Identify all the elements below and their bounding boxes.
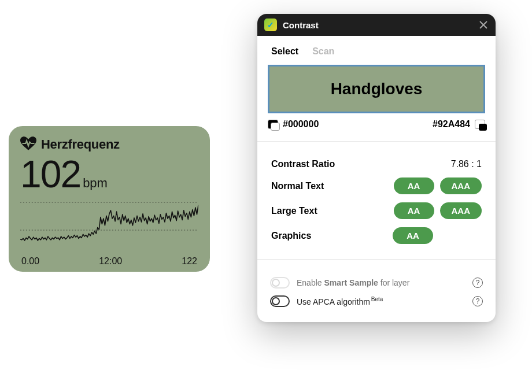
large-text-row: Large Text AA AAA	[271, 202, 482, 219]
sample-swatch[interactable]: Handgloves	[268, 65, 485, 113]
apca-help[interactable]: ?	[472, 296, 483, 306]
close-button[interactable]	[478, 20, 489, 30]
heart-rate-value: 102	[20, 155, 80, 193]
large-aa-badge: AA	[394, 202, 434, 219]
ratio-row: Contrast Ratio 7.86 : 1	[271, 159, 482, 169]
foreground-color[interactable]: #000000	[268, 119, 319, 130]
background-chip-icon	[475, 120, 485, 129]
close-icon	[479, 21, 487, 29]
axis-start: 0.00	[21, 256, 39, 267]
large-aaa-badge: AAA	[440, 202, 482, 219]
smart-sample-row: Enable Smart Sample for layer ?	[270, 277, 483, 289]
options: Enable Smart Sample for layer ? Use APCA…	[257, 264, 496, 316]
heart-rate-title: Herzfrequenz	[41, 137, 120, 152]
panel-titlebar[interactable]: ✓ Contrast	[257, 14, 496, 36]
large-text-label: Large Text	[271, 206, 317, 216]
color-row: #000000 #92A484	[268, 119, 485, 130]
heart-rate-axis: 0.00 12:00 122	[20, 256, 198, 267]
heart-rate-card: Herzfrequenz 102 bpm 0.00 12:00 122	[9, 126, 210, 272]
normal-text-row: Normal Text AA AAA	[271, 177, 482, 194]
graphics-label: Graphics	[271, 231, 311, 241]
divider	[257, 141, 496, 142]
heart-icon	[20, 136, 36, 153]
sample-text: Handgloves	[331, 80, 423, 98]
graphics-row: Graphics AA	[271, 227, 482, 244]
foreground-chip-icon	[268, 120, 278, 129]
results: Contrast Ratio 7.86 : 1 Normal Text AA A…	[257, 146, 496, 254]
smart-sample-label: Enable Smart Sample for layer	[297, 278, 466, 287]
foreground-hex: #000000	[283, 119, 319, 130]
divider	[257, 259, 496, 260]
heart-rate-unit: bpm	[83, 176, 108, 191]
apca-toggle[interactable]	[270, 295, 290, 307]
app-icon: ✓	[264, 19, 277, 31]
ratio-label: Contrast Ratio	[271, 159, 335, 169]
normal-aa-badge: AA	[394, 177, 434, 194]
heart-rate-value-row: 102 bpm	[20, 155, 198, 193]
heart-rate-chart	[20, 197, 198, 252]
swatch-area: Handgloves #000000 #92A484	[257, 61, 496, 136]
heart-rate-header: Herzfrequenz	[20, 136, 198, 153]
tabs: Select Scan	[257, 36, 496, 61]
panel-title: Contrast	[283, 20, 472, 30]
tab-scan[interactable]: Scan	[312, 46, 334, 57]
apca-label: Use APCA algorithmBeta	[297, 296, 466, 306]
normal-text-label: Normal Text	[271, 181, 324, 191]
contrast-panel: ✓ Contrast Select Scan Handgloves #00000…	[257, 14, 496, 322]
background-hex: #92A484	[433, 119, 470, 130]
tab-select[interactable]: Select	[271, 46, 298, 57]
smart-sample-help[interactable]: ?	[472, 278, 483, 288]
apca-row: Use APCA algorithmBeta ?	[270, 295, 483, 307]
normal-aaa-badge: AAA	[440, 177, 482, 194]
graphics-aa-badge: AA	[393, 227, 433, 244]
axis-mid: 12:00	[99, 256, 122, 267]
axis-end: 122	[182, 256, 197, 267]
smart-sample-toggle[interactable]	[270, 277, 290, 289]
ratio-value: 7.86 : 1	[451, 159, 482, 169]
background-color[interactable]: #92A484	[433, 119, 485, 130]
